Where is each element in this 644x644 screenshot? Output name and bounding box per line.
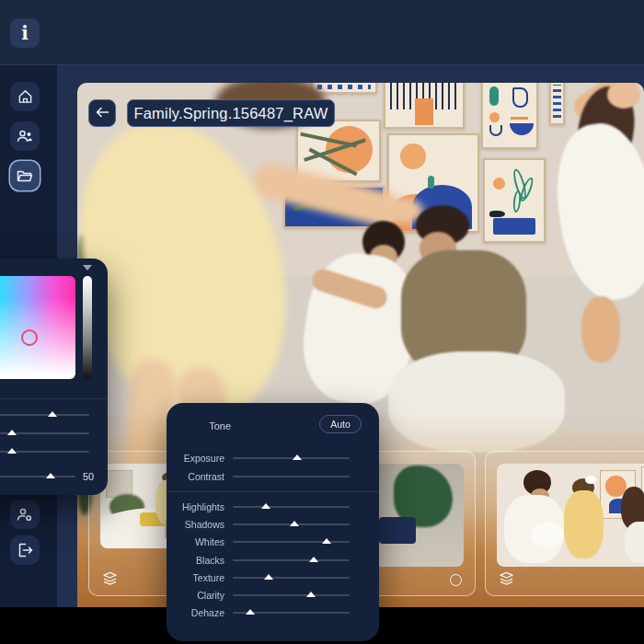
sidebar-item-home[interactable] [10, 82, 40, 111]
app-logo[interactable]: i [10, 18, 40, 48]
slider-value: 50 [83, 471, 94, 482]
tone-slider-texture[interactable]: Texture [167, 569, 379, 586]
luminance-slider[interactable] [83, 276, 92, 379]
color-slider-row[interactable] [0, 451, 89, 453]
tone-slider-exposure[interactable]: Exposure [167, 449, 379, 467]
thumbnail-image[interactable] [497, 464, 644, 567]
sidebar-item-user-settings[interactable] [10, 500, 40, 529]
tone-panel-title: Tone [167, 420, 231, 431]
app-window: i [0, 0, 644, 644]
user-gear-icon [17, 507, 33, 523]
back-arrow-icon [96, 105, 109, 121]
color-slider-row[interactable] [0, 414, 89, 416]
filename-pill[interactable]: Family.Spring.156487_RAW [127, 99, 335, 127]
tone-slider-whites[interactable]: Whites [167, 534, 379, 551]
color-panel: 50 [0, 259, 108, 495]
tone-slider-clarity[interactable]: Clarity [167, 586, 379, 604]
color-slider-row[interactable]: 50 [0, 471, 94, 482]
luminance-marker-icon [83, 265, 92, 270]
tone-slider-shadows[interactable]: Shadows [167, 515, 379, 533]
color-slider-row[interactable] [0, 432, 89, 434]
tone-panel: Tone Auto Exposure Contrast Highlights S… [167, 403, 379, 641]
panel-divider [167, 491, 379, 492]
layers-icon[interactable] [102, 571, 118, 589]
sidebar-item-people[interactable] [10, 121, 40, 151]
folder-icon [17, 169, 33, 183]
color-picker-handle[interactable] [21, 329, 38, 346]
filename-label: Family.Spring.156487_RAW [133, 105, 328, 122]
sidebar-item-folders[interactable] [10, 161, 40, 190]
top-bar [0, 0, 644, 64]
sidebar-item-logout[interactable] [10, 535, 40, 565]
logout-icon [17, 543, 33, 558]
circle-icon[interactable] [450, 574, 462, 586]
home-icon [17, 89, 33, 104]
back-button[interactable] [88, 99, 116, 127]
layers-icon[interactable] [499, 571, 514, 589]
color-picker-area[interactable] [0, 276, 75, 379]
auto-button[interactable]: Auto [319, 415, 362, 433]
tone-slider-contrast[interactable]: Contrast [167, 467, 379, 486]
tone-slider-blacks[interactable]: Blacks [167, 551, 379, 569]
filmstrip-card-3[interactable] [485, 451, 644, 596]
tone-slider-dehaze[interactable]: Dehaze [167, 604, 379, 622]
panel-divider [0, 398, 108, 399]
people-icon [17, 129, 33, 144]
tone-slider-highlights[interactable]: Highlights [167, 498, 379, 515]
